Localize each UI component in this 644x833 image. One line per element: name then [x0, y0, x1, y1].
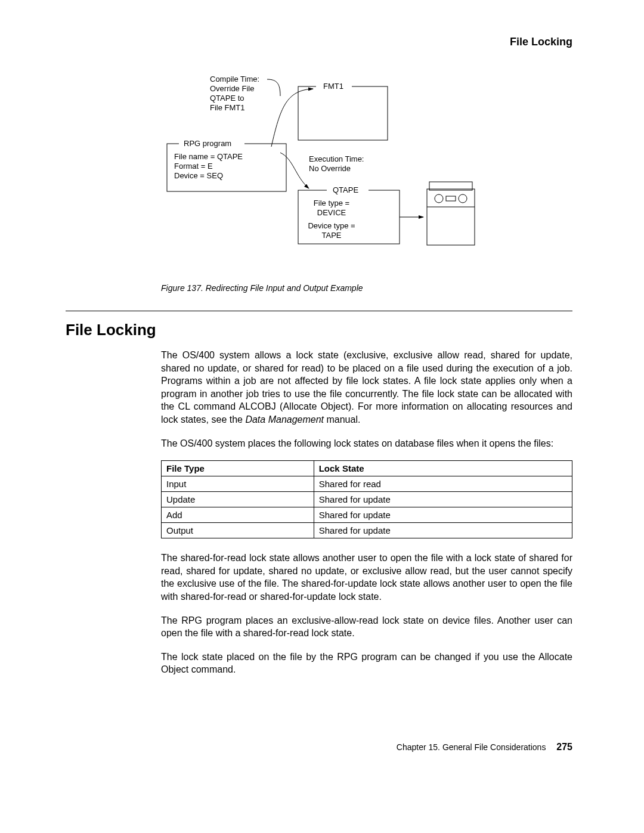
- para-4: The RPG program places an exclusive-allo…: [161, 614, 572, 640]
- compile-l2: Override File: [210, 84, 254, 93]
- para-5: The lock state placed on the file by the…: [161, 651, 572, 676]
- running-head: File Locking: [66, 36, 572, 48]
- body-column: The OS/400 system allows a lock state (e…: [161, 349, 572, 676]
- fmt1-label: FMT1: [323, 82, 343, 91]
- footer-page-number: 275: [556, 742, 572, 752]
- rpg-l1: File name = QTAPE: [174, 152, 243, 161]
- rpg-box-label: RPG program: [184, 139, 231, 148]
- footer-chapter: Chapter 15. General File Considerations: [397, 742, 546, 752]
- th-file-type: File Type: [162, 461, 314, 476]
- table-row: Input Shared for read: [162, 476, 572, 492]
- lock-state-table: File Type Lock State Input Shared for re…: [161, 460, 572, 538]
- exec-l2: No Override: [309, 164, 351, 173]
- svg-rect-2: [298, 86, 388, 140]
- para-1b: Data Management: [245, 414, 324, 425]
- compile-l4: File FMT1: [210, 103, 245, 112]
- qtape-l4: TAPE: [322, 231, 342, 240]
- table-row: Add Shared for update: [162, 507, 572, 523]
- para-2: The OS/400 system places the following l…: [161, 437, 572, 450]
- svg-rect-11: [446, 196, 456, 201]
- section-heading: File Locking: [66, 321, 572, 339]
- table-row: Update Shared for update: [162, 492, 572, 507]
- figure-diagram: RPG program File name = QTAPE Format = E…: [161, 72, 495, 277]
- exec-l1: Execution Time:: [309, 154, 364, 163]
- qtape-label: QTAPE: [333, 185, 358, 194]
- qtape-l3: Device type =: [308, 221, 355, 230]
- qtape-l1: File type =: [314, 199, 349, 208]
- page-footer: Chapter 15. General File Considerations …: [66, 742, 572, 753]
- svg-point-10: [459, 194, 467, 203]
- compile-l1: Compile Time:: [210, 75, 259, 83]
- para-1a: The OS/400 system allows a lock state (e…: [161, 350, 572, 425]
- rpg-l2: Format = E: [174, 162, 213, 171]
- table-row: Output Shared for update: [162, 523, 572, 538]
- para-3: The shared-for-read lock state allows an…: [161, 552, 572, 603]
- th-lock-state: Lock State: [314, 461, 572, 476]
- section-rule: [66, 311, 572, 311]
- compile-l3: QTAPE to: [210, 94, 244, 103]
- tape-drive-icon: [427, 182, 475, 245]
- rpg-l3: Device = SEQ: [174, 171, 223, 180]
- svg-rect-7: [427, 189, 475, 245]
- para-1: The OS/400 system allows a lock state (e…: [161, 349, 572, 426]
- para-1c: manual.: [324, 414, 360, 425]
- figure-caption: Figure 137. Redirecting File Input and O…: [161, 283, 572, 293]
- qtape-l2: DEVICE: [317, 208, 346, 217]
- svg-point-9: [435, 194, 443, 203]
